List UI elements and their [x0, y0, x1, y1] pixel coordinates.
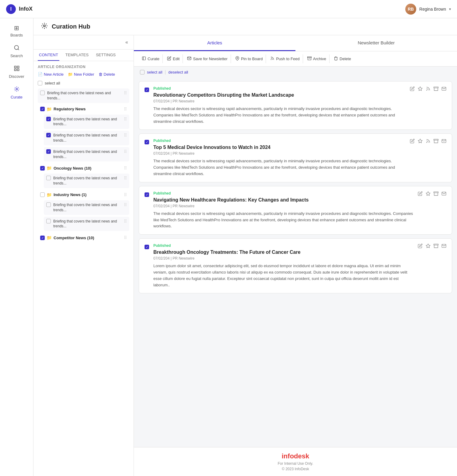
article-checkbox[interactable]: ✓	[145, 87, 149, 125]
item-checkbox[interactable]: ✓	[46, 149, 51, 154]
item-checkbox[interactable]: ✓	[46, 117, 51, 121]
article-body: Published Revolutionary Competitors Disr…	[153, 86, 406, 125]
delete-articles-button[interactable]: Delete	[331, 54, 354, 63]
tab-articles[interactable]: Articles	[134, 35, 295, 51]
folder-icon: 📁	[47, 192, 52, 197]
article-body: Published Breakthrough Oncology Treatmen…	[153, 243, 413, 288]
edit-icon[interactable]	[418, 191, 423, 197]
folder-checkbox[interactable]: ✓	[40, 236, 45, 240]
article-excerpt: Lorem ipsum dolor sit amet, consectetur …	[153, 263, 413, 288]
sidebar-item-curate[interactable]: Curate	[0, 83, 33, 102]
left-nav: ⊞ Boards Search Discover Curate	[0, 18, 33, 476]
pin-to-board-button[interactable]: Pin to Board	[232, 54, 266, 63]
folder-label: Oncology News (10)	[54, 166, 122, 171]
boards-label: Boards	[10, 33, 23, 37]
item-text: Briefing that covers the latest news and…	[53, 149, 121, 160]
edit-icon[interactable]	[410, 86, 415, 92]
curate-button[interactable]: Curate	[139, 54, 163, 63]
item-checkbox[interactable]	[46, 202, 51, 207]
item-checkbox[interactable]	[40, 91, 45, 95]
edit-icon[interactable]	[418, 243, 423, 250]
sidebar-item-boards[interactable]: ⊞ Boards	[0, 21, 33, 40]
drag-handle-icon[interactable]: ⠿	[124, 219, 127, 224]
articles-select-all-checkbox[interactable]	[140, 70, 145, 74]
folder-icon: 📁	[47, 235, 52, 240]
sidebar-item-search[interactable]: Search	[0, 42, 33, 61]
article-checkbox[interactable]: ✓	[145, 139, 149, 177]
archive-icon[interactable]	[434, 191, 438, 197]
article-checkbox[interactable]: ✓	[145, 192, 149, 229]
article-checkbox[interactable]: ✓	[145, 244, 149, 288]
deselect-all-link[interactable]: deselect all	[168, 70, 188, 74]
svg-point-16	[427, 142, 427, 143]
article-excerpt: The medical devices sector is witnessing…	[153, 158, 406, 177]
tab-settings[interactable]: SETTINGS	[95, 50, 117, 61]
folder-label: Regulatory News	[54, 107, 122, 111]
drag-handle-icon[interactable]: ⠿	[124, 149, 127, 154]
page-title: Curation Hub	[52, 23, 90, 30]
email-icon[interactable]	[441, 139, 446, 145]
drag-handle-icon[interactable]: ⠿	[124, 235, 127, 240]
archive-button[interactable]: Archive	[304, 54, 330, 63]
new-article-button[interactable]: 📄 New Article	[38, 72, 64, 77]
select-all-link[interactable]: select all	[147, 70, 162, 74]
folder-checkbox[interactable]	[40, 192, 45, 197]
list-item: ✓ Briefing that covers the latest news a…	[44, 131, 129, 145]
sidebar-item-discover[interactable]: Discover	[0, 62, 33, 82]
delete-button[interactable]: 🗑 Delete	[99, 72, 115, 77]
drag-handle-icon[interactable]: ⠿	[124, 192, 127, 197]
folder-header: ✓ 📁 Competitor News (10) ⠿	[38, 233, 129, 242]
email-icon[interactable]	[441, 86, 446, 92]
svg-rect-2	[14, 66, 16, 68]
article-title: Top 5 Medical Device Innovations to Watc…	[153, 145, 406, 150]
sidebar-content: Article Organization 📄 New Article 📁 New…	[33, 61, 134, 476]
item-checkbox[interactable]	[46, 176, 51, 180]
select-all-checkbox[interactable]	[38, 81, 42, 85]
pin-icon[interactable]	[426, 191, 431, 197]
drag-handle-icon[interactable]: ⠿	[124, 202, 127, 207]
tab-newsletter-builder[interactable]: Newsletter Builder	[295, 35, 457, 51]
item-checkbox[interactable]: ✓	[46, 133, 51, 137]
edit-button[interactable]: Edit	[164, 54, 183, 63]
feed-icon[interactable]	[426, 139, 431, 145]
folder-checkbox[interactable]: ✓	[40, 166, 45, 171]
archive-icon[interactable]	[434, 243, 438, 250]
article-card-actions	[410, 86, 446, 125]
pin-icon[interactable]	[418, 139, 423, 145]
inner-layout: « CONTENT TEMPLATES SETTINGS	[33, 35, 457, 476]
drag-handle-icon[interactable]: ⠿	[124, 176, 127, 181]
edit-icon[interactable]	[410, 139, 415, 145]
email-icon[interactable]	[441, 243, 446, 250]
collapse-button[interactable]: «	[124, 38, 129, 46]
drag-handle-icon[interactable]: ⠿	[124, 91, 127, 95]
folder-oncology-news: ✓ 📁 Oncology News (10) ⠿ Briefing that c…	[38, 164, 129, 188]
folder-checkbox[interactable]: ✓	[40, 107, 45, 111]
list-item: Briefing that covers the latest news and…	[44, 200, 129, 215]
archive-icon[interactable]	[434, 86, 438, 92]
drag-handle-icon[interactable]: ⠿	[124, 166, 127, 171]
drag-handle-icon[interactable]: ⠿	[124, 107, 127, 112]
article-title: Revolutionary Competitors Disrupting the…	[153, 92, 406, 98]
feed-icon[interactable]	[426, 86, 431, 92]
email-icon[interactable]	[441, 191, 446, 197]
curate-toolbar-icon	[142, 56, 146, 61]
item-checkbox[interactable]	[46, 219, 51, 223]
push-to-feed-button[interactable]: Push to Feed	[267, 54, 303, 63]
pin-toolbar-icon	[235, 56, 239, 61]
article-card: ✓ Published Revolutionary Competitors Di…	[139, 81, 452, 130]
drag-handle-icon[interactable]: ⠿	[124, 117, 127, 122]
pin-icon[interactable]	[426, 243, 431, 250]
save-for-newsletter-button[interactable]: Save for Newsletter	[184, 54, 231, 63]
svg-line-1	[18, 49, 19, 50]
tab-content[interactable]: CONTENT	[38, 50, 59, 61]
article-card-actions	[410, 139, 446, 177]
drag-handle-icon[interactable]: ⠿	[124, 133, 127, 138]
archive-icon[interactable]	[434, 139, 438, 145]
pin-icon[interactable]	[418, 86, 423, 92]
list-item: Briefing that covers the latest news and…	[44, 174, 129, 188]
tab-templates[interactable]: TEMPLATES	[64, 50, 90, 61]
chevron-down-icon[interactable]: ▾	[449, 7, 451, 11]
svg-point-14	[427, 90, 427, 90]
sidebar-actions: 📄 New Article 📁 New Folder 🗑 Delete	[38, 72, 129, 77]
new-folder-button[interactable]: 📁 New Folder	[68, 72, 94, 77]
